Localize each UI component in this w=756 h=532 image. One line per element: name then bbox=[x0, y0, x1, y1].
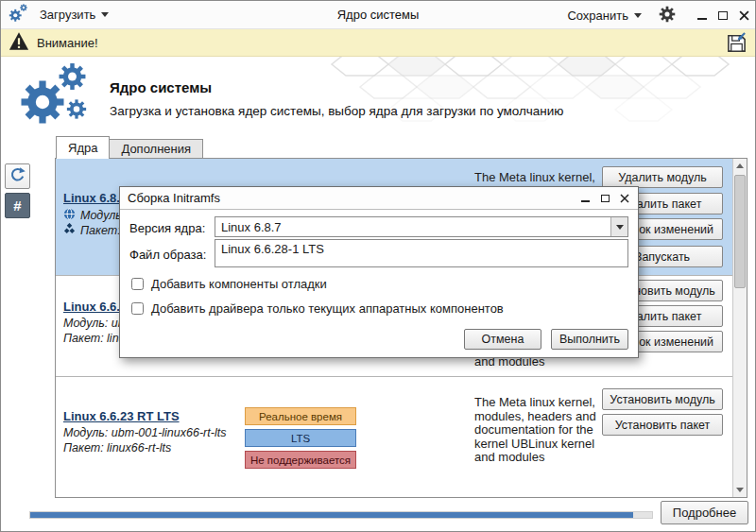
kernel-name-link[interactable]: Linux 6.6.23 RT LTS bbox=[63, 409, 180, 423]
refresh-icon bbox=[9, 166, 26, 187]
globe-icon bbox=[63, 208, 76, 223]
tag-unsupported: Не поддерживается bbox=[245, 451, 356, 469]
warning-triangle-icon bbox=[9, 31, 29, 54]
hash-icon: # bbox=[13, 197, 21, 214]
tab-kernels[interactable]: Ядра bbox=[56, 136, 110, 159]
tab-addons[interactable]: Дополнения bbox=[110, 139, 203, 159]
cancel-button[interactable]: Отмена bbox=[464, 329, 541, 350]
details-button[interactable]: Подробнее bbox=[661, 501, 748, 524]
debug-checkbox-row: Добавить компоненты отладки bbox=[131, 277, 327, 291]
tab-bar: Ядра Дополнения bbox=[56, 136, 203, 159]
app-gears-icon bbox=[8, 3, 28, 26]
triangle-up-icon bbox=[736, 163, 744, 168]
save-disk-icon[interactable] bbox=[726, 32, 747, 54]
minimize-button[interactable] bbox=[696, 9, 708, 21]
debug-checkbox-label: Добавить компоненты отладки bbox=[151, 277, 327, 291]
close-button[interactable] bbox=[738, 9, 749, 21]
drivers-checkbox[interactable] bbox=[131, 302, 144, 315]
settings-gear-icon[interactable] bbox=[659, 6, 676, 26]
scrollbar-thumb[interactable] bbox=[734, 175, 746, 288]
module-label: Модуль: ubm-001-linux66-rt-lts bbox=[63, 426, 226, 439]
kernel-description: The Meta linux kernel, modules, headers … bbox=[474, 396, 614, 465]
dialog-close-button[interactable] bbox=[619, 193, 630, 204]
debug-checkbox[interactable] bbox=[131, 278, 144, 290]
image-file-label: Файл образа: bbox=[129, 248, 206, 262]
dialog-titlebar[interactable]: Сборка Initramfs bbox=[120, 187, 638, 210]
image-file-input[interactable]: Linux 6.6.28-1 LTS bbox=[215, 239, 628, 267]
combo-arrow-button[interactable] bbox=[610, 217, 627, 236]
refresh-button[interactable] bbox=[5, 163, 30, 189]
load-menu-label: Загрузить bbox=[40, 8, 95, 22]
tag-lts: LTS bbox=[245, 429, 356, 447]
chevron-down-icon bbox=[634, 13, 642, 18]
header-gears-icon bbox=[18, 62, 90, 133]
page-header: Ядро системы Загрузка и установка ядер с… bbox=[1, 57, 755, 135]
kernel-name-link[interactable]: Linux 6.8.7 bbox=[63, 191, 127, 205]
progress-fill bbox=[30, 512, 633, 518]
chevron-down-icon bbox=[616, 225, 624, 230]
kernel-row-3[interactable]: Linux 6.6.23 RT LTS Модуль: ubm-001-linu… bbox=[56, 376, 732, 495]
hexagon-pattern bbox=[133, 57, 755, 135]
kernel-version-value: Linux 6.8.7 bbox=[215, 220, 610, 234]
kernel-version-combobox[interactable]: Linux 6.8.7 bbox=[215, 216, 628, 237]
triangle-down-icon bbox=[736, 488, 744, 492]
dialog-title: Сборка Initramfs bbox=[128, 191, 220, 205]
vertical-scrollbar[interactable] bbox=[732, 159, 747, 497]
progress-bar bbox=[29, 511, 653, 519]
app-window: Загрузить Ядро системы Сохранить bbox=[0, 0, 756, 532]
save-menu-label: Сохранить bbox=[567, 9, 628, 23]
kernel-version-label: Версия ядра: bbox=[129, 221, 205, 235]
page-title: Ядро системы bbox=[110, 79, 212, 95]
drivers-checkbox-row: Добавить драйвера только текущих аппарат… bbox=[131, 301, 504, 316]
scroll-up-button[interactable] bbox=[733, 159, 747, 173]
dialog-minimize-button[interactable] bbox=[579, 193, 591, 204]
maximize-button[interactable] bbox=[717, 9, 729, 21]
dialog-maximize-button[interactable] bbox=[599, 193, 610, 204]
package-label: Пакет: linux66-rt-lts bbox=[63, 441, 171, 455]
scroll-down-button[interactable] bbox=[733, 483, 747, 497]
tag-realtime: Реальное время bbox=[245, 407, 356, 425]
run-button[interactable]: Выполнить bbox=[551, 329, 628, 350]
drivers-checkbox-label: Добавить драйвера только текущих аппарат… bbox=[151, 301, 504, 316]
warning-bar: Внимание! bbox=[1, 29, 755, 57]
install-package-button[interactable]: Установить пакет bbox=[602, 414, 723, 436]
chevron-down-icon bbox=[101, 12, 109, 17]
package-icon bbox=[63, 223, 76, 238]
save-menu-button[interactable]: Сохранить bbox=[561, 6, 647, 26]
install-module-button[interactable]: Установить модуль bbox=[602, 388, 723, 410]
warning-text: Внимание! bbox=[37, 36, 98, 50]
load-menu-button[interactable]: Загрузить bbox=[34, 5, 114, 25]
page-subtitle: Загрузка и установка ядер системы, выбор… bbox=[110, 104, 563, 118]
initramfs-dialog: Сборка Initramfs Версия ядра: Linux 6.8.… bbox=[119, 186, 639, 358]
hash-button[interactable]: # bbox=[5, 193, 30, 218]
titlebar: Загрузить Ядро системы Сохранить bbox=[1, 1, 755, 29]
delete-module-button[interactable]: Удалить модуль bbox=[602, 166, 723, 188]
